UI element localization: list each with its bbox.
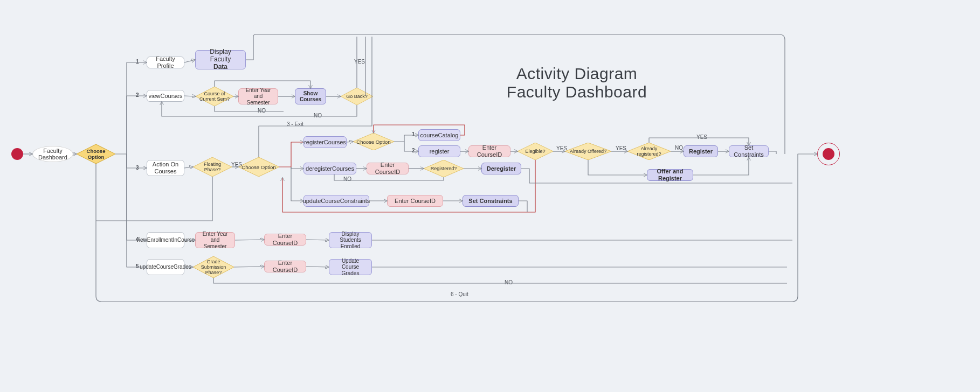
label-no-sem: NO: [257, 108, 267, 114]
faculty-dashboard-start: Faculty Dashboard: [32, 146, 73, 162]
svg-line-33: [235, 240, 264, 240]
input-enter-courseid-deregister: Enter CourseID: [367, 163, 409, 174]
action-display-faculty-data: Display FacultyData: [195, 50, 246, 69]
option-action-on-courses: Action On Courses: [147, 160, 184, 176]
decision-registered: Registered?: [424, 160, 464, 177]
decision-choose-option: Choose Option: [77, 144, 115, 164]
diagram-canvas: Activity Diagram Faculty Dashboard Facul…: [0, 0, 980, 392]
option-view-enrollment: viewEnrollmentInCourse: [147, 232, 184, 248]
label-option-3: 3: [135, 165, 140, 171]
label-no-grade-phase: NO: [503, 279, 514, 285]
decision-elegible: Elegible?: [517, 143, 553, 160]
label-option-5: 5: [135, 263, 140, 269]
label-reg-opt-2: 2: [411, 148, 416, 153]
action-set-constraints-right: Set Constraints: [729, 145, 769, 157]
action-set-constraints-bold: Set Constraints: [463, 195, 519, 207]
diagram-title: Activity Diagram Faculty Dashboard: [496, 65, 658, 101]
label-yes-goback: YES: [353, 59, 366, 65]
decision-already-offered: Already Offered?: [565, 143, 611, 160]
decision-floating-phase: Floating Phase?: [193, 157, 232, 177]
action-update-course-grades-box: Update Course Grades: [329, 259, 372, 275]
label-yes-already-registered: YES: [695, 134, 708, 140]
decision-already-registered: Already registered?: [627, 143, 671, 160]
label-no-goback: NO: [313, 113, 323, 118]
option-view-courses: viewCourses: [147, 90, 184, 102]
action-offer-and-register: Offer and Register: [647, 169, 693, 181]
option-faculty-profile: Faculty Profile: [147, 57, 184, 68]
label-6-quit: 6 - Quit: [450, 291, 470, 297]
decision-choose-option-actions: Choose Option: [238, 157, 279, 177]
action-update-course-constraints: updateCourseConstraints: [303, 195, 369, 207]
start-node-icon: [11, 148, 23, 160]
decision-grade-submission-phase: Grade Submission Phase?: [193, 256, 234, 278]
svg-line-36: [234, 267, 264, 267]
label-option-1: 1: [135, 59, 140, 65]
decision-go-back: Go Back?: [341, 88, 373, 105]
action-register: register: [418, 145, 460, 157]
end-node-icon: [817, 143, 840, 165]
action-course-catalog: courseCatalog: [418, 129, 460, 141]
decision-choose-option-reg: Choose Option: [353, 133, 394, 150]
action-register-bold: Register: [684, 145, 718, 157]
svg-line-34: [306, 240, 329, 240]
input-enter-year-sem: Enter Year and Semester: [238, 88, 278, 104]
input-enter-courseid-constraints: Enter CourseID: [387, 195, 443, 207]
action-display-students-enrolled: Display Students Enrolled: [329, 232, 372, 248]
label-3-exit: 3 - Exit: [286, 121, 305, 127]
action-deregister-courses: deregisterCourses: [303, 163, 356, 174]
label-option-4: 4: [135, 236, 140, 242]
input-enter-courseid-register: Enter CourseID: [468, 145, 510, 157]
action-deregister-bold: Deregister: [481, 163, 521, 174]
decision-course-current-sem: Course of Current Sem?: [196, 87, 233, 106]
action-register-courses: registerCourses: [303, 136, 347, 148]
input-enter-courseid-grades: Enter CourseID: [264, 261, 306, 272]
input-enter-year-sem-2: Enter Year and Semester: [195, 232, 235, 248]
label-option-2: 2: [135, 92, 140, 98]
label-reg-opt-1: 1: [411, 131, 416, 137]
label-yes-offered: YES: [615, 145, 627, 151]
svg-line-18: [184, 167, 193, 168]
action-show-courses: Show Courses: [295, 88, 326, 104]
option-update-course-grades: updateCourseGrades: [147, 259, 184, 275]
label-no-registered: NO: [674, 145, 684, 151]
svg-line-20: [347, 142, 353, 142]
svg-line-14: [184, 96, 196, 96]
svg-line-13: [184, 60, 195, 62]
label-no-registered-dereg: NO: [342, 176, 353, 182]
input-enter-courseid-enroll: Enter CourseID: [264, 234, 306, 246]
svg-line-37: [306, 267, 329, 267]
